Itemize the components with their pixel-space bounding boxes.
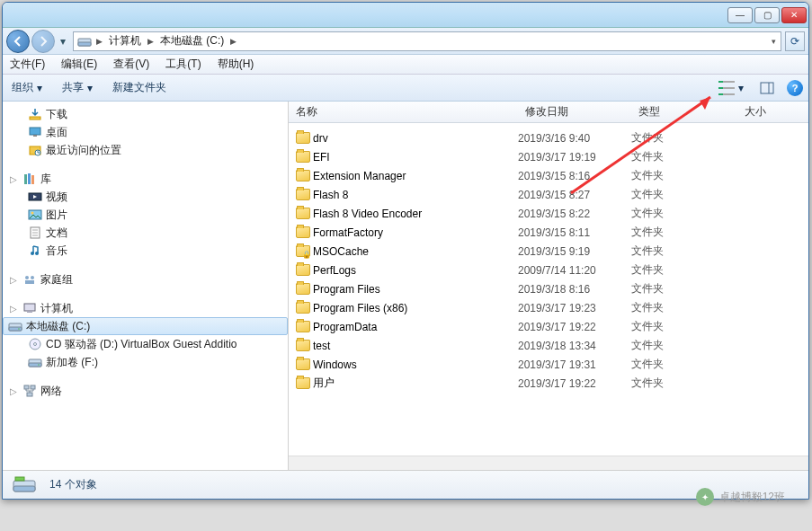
arrow-right-icon xyxy=(36,34,50,49)
file-row[interactable]: FormatFactory2019/3/15 8:11文件夹 xyxy=(289,223,808,242)
file-row[interactable]: EFI2019/3/17 19:19文件夹 xyxy=(289,147,808,166)
tree-item[interactable]: 图片 xyxy=(3,206,288,224)
expand-icon[interactable]: ▷ xyxy=(8,174,19,184)
tree-item[interactable]: ▷库 xyxy=(3,170,288,188)
tree-item[interactable]: ▷家庭组 xyxy=(3,270,288,288)
tree-item[interactable]: 新加卷 (F:) xyxy=(3,353,288,371)
folder-icon xyxy=(296,132,310,144)
breadcrumb-segment[interactable]: 本地磁盘 (C:) xyxy=(156,32,228,50)
column-name[interactable]: 名称 xyxy=(289,102,518,122)
file-name: PerfLogs xyxy=(313,264,356,277)
chevron-right-icon[interactable]: ▶ xyxy=(94,37,105,46)
file-type: 文件夹 xyxy=(631,338,737,353)
tree-item-label: 下载 xyxy=(46,107,67,122)
svg-rect-37 xyxy=(27,393,32,396)
column-date[interactable]: 修改日期 xyxy=(518,102,631,122)
pictures-icon xyxy=(28,208,42,222)
maximize-button[interactable]: ▢ xyxy=(754,7,780,23)
nav-tree[interactable]: 下载桌面最近访问的位置▷库视频图片文档音乐▷家庭组▷计算机本地磁盘 (C:)CD… xyxy=(3,102,289,470)
file-row[interactable]: Flash 8 Video Encoder2019/3/15 8:22文件夹 xyxy=(289,204,808,223)
minimize-button[interactable]: — xyxy=(727,7,753,23)
tree-item[interactable]: 视频 xyxy=(3,188,288,206)
menu-file[interactable]: 文件(F) xyxy=(8,57,47,72)
folder-icon xyxy=(296,321,310,332)
file-row[interactable]: test2019/3/18 13:34文件夹 xyxy=(289,336,808,355)
breadcrumb[interactable]: ▶ 计算机 ▶ 本地磁盘 (C:) ▶ ▾ xyxy=(73,31,781,51)
file-date: 2019/3/15 8:11 xyxy=(518,226,631,239)
close-button[interactable]: ✕ xyxy=(781,7,807,23)
titlebar[interactable]: — ▢ ✕ xyxy=(3,3,808,28)
tree-item-label: 桌面 xyxy=(46,125,67,140)
svg-point-31 xyxy=(34,343,37,346)
expand-icon[interactable]: ▷ xyxy=(8,386,19,396)
file-date: 2009/7/14 11:20 xyxy=(518,264,631,277)
desktop-icon xyxy=(28,125,42,139)
file-row[interactable]: Program Files2019/3/18 8:16文件夹 xyxy=(289,279,808,298)
view-mode-button[interactable]: ▾ xyxy=(715,79,747,97)
file-row[interactable]: PerfLogs2009/7/14 11:20文件夹 xyxy=(289,261,808,279)
file-list[interactable]: drv2019/3/16 9:40文件夹EFI2019/3/17 19:19文件… xyxy=(289,123,808,456)
expand-icon[interactable]: ▷ xyxy=(8,304,19,314)
folder-icon xyxy=(296,340,310,351)
new-folder-button[interactable]: 新建文件夹 xyxy=(109,78,170,97)
file-date: 2019/3/17 19:23 xyxy=(518,302,631,314)
tree-item[interactable]: ▷计算机 xyxy=(3,299,288,317)
file-row[interactable]: Flash 82019/3/15 8:27文件夹 xyxy=(289,185,808,204)
back-button[interactable] xyxy=(6,30,30,53)
file-type: 文件夹 xyxy=(631,300,737,315)
tree-item[interactable]: 桌面 xyxy=(3,123,288,141)
chevron-down-icon[interactable]: ▾ xyxy=(769,37,779,46)
file-row[interactable]: ProgramData2019/3/17 19:22文件夹 xyxy=(289,317,808,336)
menu-help[interactable]: 帮助(H) xyxy=(216,57,256,72)
chevron-right-icon[interactable]: ▶ xyxy=(228,37,239,46)
organize-button[interactable]: 组织▾ xyxy=(8,78,46,97)
horizontal-scrollbar[interactable] xyxy=(289,456,808,470)
file-name: 用户 xyxy=(313,376,335,391)
tree-item[interactable]: ▷网络 xyxy=(3,382,288,400)
column-type[interactable]: 类型 xyxy=(631,102,737,122)
file-row[interactable]: drv2019/3/16 9:40文件夹 xyxy=(289,128,808,147)
tree-item[interactable]: 音乐 xyxy=(3,242,288,260)
menu-view[interactable]: 查看(V) xyxy=(112,57,151,72)
tree-item[interactable]: CD 驱动器 (D:) VirtualBox Guest Additio xyxy=(3,335,288,353)
nav-history-dropdown[interactable]: ▾ xyxy=(57,32,69,50)
file-row[interactable]: 用户2019/3/17 19:22文件夹 xyxy=(289,374,808,393)
expand-icon[interactable]: ▷ xyxy=(8,275,19,285)
file-date: 2019/3/17 19:22 xyxy=(518,321,631,333)
docs-icon xyxy=(28,226,42,240)
refresh-button[interactable]: ⟳ xyxy=(785,31,805,51)
tree-item-label: CD 驱动器 (D:) VirtualBox Guest Additio xyxy=(46,337,237,352)
toolbar: 组织▾ 共享▾ 新建文件夹 ▾ ? xyxy=(3,75,808,102)
file-row[interactable]: Extension Manager2019/3/15 8:16文件夹 xyxy=(289,166,808,185)
file-date: 2019/3/15 8:22 xyxy=(518,208,631,220)
svg-rect-11 xyxy=(31,175,34,184)
svg-rect-33 xyxy=(29,363,41,367)
list-view-icon xyxy=(718,81,735,95)
help-button[interactable]: ? xyxy=(787,80,803,96)
preview-pane-button[interactable] xyxy=(756,79,778,97)
svg-rect-24 xyxy=(25,280,34,284)
explorer-window: — ▢ ✕ ▾ ▶ 计算机 ▶ 本地磁盘 (C:) ▶ ▾ ⟳ xyxy=(2,2,809,500)
menu-edit[interactable]: 编辑(E) xyxy=(59,57,99,72)
tree-item[interactable]: 下载 xyxy=(3,105,288,123)
forward-button[interactable] xyxy=(31,30,55,53)
computer-icon xyxy=(22,301,37,315)
tree-item[interactable]: 最近访问的位置 xyxy=(3,141,288,159)
file-row[interactable]: Program Files (x86)2019/3/17 19:23文件夹 xyxy=(289,298,808,317)
menu-tools[interactable]: 工具(T) xyxy=(164,57,202,72)
tree-item[interactable]: 文档 xyxy=(3,224,288,242)
share-button[interactable]: 共享▾ xyxy=(58,78,96,97)
tree-item-label: 文档 xyxy=(46,226,67,241)
file-row[interactable]: Windows2019/3/17 19:31文件夹 xyxy=(289,355,808,374)
file-date: 2019/3/17 19:31 xyxy=(518,358,631,371)
tree-item[interactable]: 本地磁盘 (C:) xyxy=(3,317,288,335)
window-controls: — ▢ ✕ xyxy=(726,7,807,23)
column-size[interactable]: 大小 xyxy=(737,102,808,122)
breadcrumb-segment[interactable]: 计算机 xyxy=(105,32,145,50)
menubar: 文件(F) 编辑(E) 查看(V) 工具(T) 帮助(H) xyxy=(3,55,808,75)
chevron-right-icon[interactable]: ▶ xyxy=(145,37,156,46)
body: 下载桌面最近访问的位置▷库视频图片文档音乐▷家庭组▷计算机本地磁盘 (C:)CD… xyxy=(3,102,808,470)
file-row[interactable]: MSOCache2019/3/15 9:19文件夹 xyxy=(289,242,808,261)
svg-rect-10 xyxy=(28,173,31,184)
file-type: 文件夹 xyxy=(631,225,737,240)
